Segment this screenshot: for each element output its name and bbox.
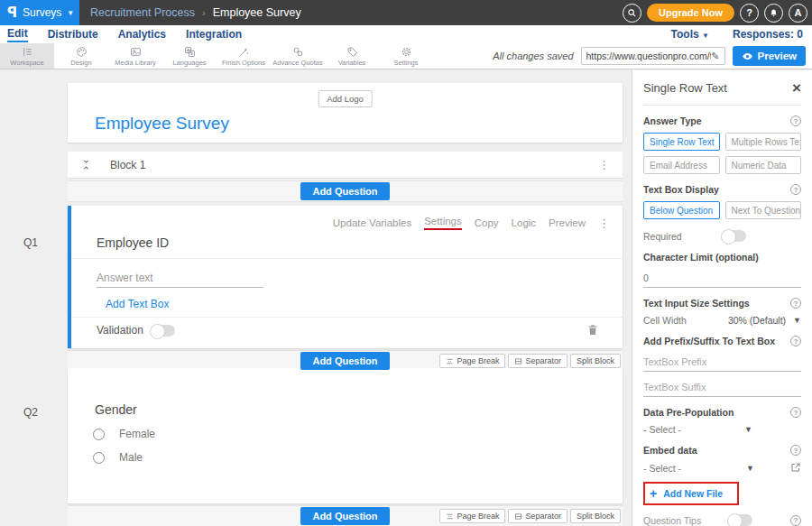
help-button[interactable]: ? — [740, 4, 759, 23]
question-title-q1[interactable]: Employee ID — [97, 235, 169, 250]
add-question-button[interactable]: Add Question — [300, 507, 389, 525]
add-new-file-button[interactable]: + Add New File — [643, 482, 739, 505]
trash-icon — [586, 323, 599, 337]
toolbar-tab-languages[interactable]: Languages — [162, 43, 217, 69]
breadcrumb-folder[interactable]: Recruitment Process — [90, 6, 195, 19]
delete-question-button[interactable] — [586, 323, 599, 340]
separator-icon — [514, 357, 522, 365]
question-title-q2[interactable]: Gender — [95, 402, 137, 417]
validation-toggle[interactable] — [151, 325, 175, 337]
search-icon — [627, 8, 637, 18]
nav-tab-distribute[interactable]: Distribute — [48, 28, 98, 41]
plus-icon: + — [650, 489, 657, 498]
add-question-button[interactable]: Add Question — [300, 182, 389, 200]
textbox-prefix-input[interactable] — [643, 355, 801, 372]
tools-menu[interactable]: Tools ▼ — [671, 28, 709, 41]
help-icon[interactable]: ? — [790, 407, 801, 418]
copy-link[interactable]: Copy — [475, 217, 499, 228]
toolbar-tab-settings[interactable]: Settings — [379, 43, 433, 69]
display-below-question[interactable]: Below Question — [643, 201, 720, 219]
help-icon[interactable]: ? — [790, 115, 801, 126]
nav-tab-edit[interactable]: Edit — [7, 27, 28, 42]
character-limit-input[interactable] — [643, 271, 801, 288]
toolbar-tab-design[interactable]: Design — [54, 43, 108, 69]
radio-icon[interactable] — [93, 429, 105, 440]
page-break-button[interactable]: Page Break — [439, 509, 505, 523]
answer-type-single-row[interactable]: Single Row Text — [643, 133, 720, 151]
app-window: P Surveys ▼ Recruitment Process › Employ… — [0, 0, 812, 526]
preview-button[interactable]: Preview — [733, 46, 806, 66]
question-number-q2: Q2 — [23, 406, 38, 419]
separator-button[interactable]: Separator — [508, 354, 567, 368]
question-card-q2[interactable]: Gender Female Male — [68, 368, 623, 503]
open-external-button[interactable] — [790, 462, 801, 475]
toolbar-tab-finish-options[interactable]: Finish Options — [217, 43, 271, 69]
cell-width-select[interactable]: Cell Width 30% (Default) ▼ — [643, 315, 801, 326]
data-prepopulation-select[interactable]: - Select - ▼ — [643, 424, 801, 435]
question-tips-toggle[interactable] — [728, 514, 752, 526]
split-block-button[interactable]: Split Block — [570, 509, 621, 523]
survey-url-input[interactable] — [586, 51, 712, 61]
nav-tab-integration[interactable]: Integration — [186, 28, 242, 41]
logic-link[interactable]: Logic — [512, 217, 537, 228]
page-break-button[interactable]: Page Break — [439, 354, 505, 368]
toolbar-tab-media-library[interactable]: Media Library — [108, 43, 162, 69]
help-icon[interactable]: ? — [790, 515, 801, 526]
embed-data-select[interactable]: - Select - ▼ — [643, 462, 801, 475]
add-text-box-link[interactable]: Add Text Box — [106, 298, 170, 310]
strip-buttons: Page Break Separator Split Block — [439, 354, 621, 368]
answer-option-female[interactable]: Female — [93, 428, 155, 440]
help-icon[interactable]: ? — [790, 184, 801, 195]
chevron-down-icon: ▼ — [793, 316, 801, 325]
answer-type-numeric[interactable]: Numeric Data — [725, 156, 802, 174]
top-bar: P Surveys ▼ Recruitment Process › Employ… — [0, 0, 812, 25]
answer-option-male[interactable]: Male — [93, 451, 143, 464]
panel-title: Single Row Text — [643, 81, 727, 95]
toolbar-tab-workspace[interactable]: Workspace — [0, 43, 54, 69]
answer-type-multiple-rows[interactable]: Multiple Rows Text — [725, 133, 802, 151]
palette-icon — [76, 46, 88, 58]
upgrade-now-button[interactable]: Upgrade Now — [647, 4, 734, 22]
product-switcher[interactable]: P Surveys ▼ — [0, 0, 79, 25]
responses-count[interactable]: Responses: 0 — [733, 28, 803, 41]
survey-title[interactable]: Employee Survey — [95, 114, 229, 134]
collapse-block-button[interactable] — [80, 159, 92, 171]
character-limit-section: Character Limit (optional) — [643, 252, 801, 263]
search-button[interactable] — [623, 4, 641, 23]
answer-type-section: Answer Type ? — [643, 115, 801, 126]
prefix-suffix-section: Add Prefix/Suffix To Text Box ? — [643, 336, 801, 346]
toolbar-tab-variables[interactable]: Variables — [325, 43, 379, 69]
answer-text-input[interactable] — [97, 269, 263, 288]
edit-url-icon[interactable]: ✎ — [711, 51, 719, 62]
answer-type-email[interactable]: Email Address — [643, 156, 720, 174]
close-icon[interactable]: × — [792, 83, 801, 94]
product-menu-label: Surveys — [23, 6, 61, 19]
required-toggle[interactable] — [722, 230, 746, 242]
help-icon[interactable]: ? — [790, 445, 801, 456]
toolbar-tab-advance-quotas[interactable]: Advance Quotas — [271, 43, 325, 69]
preview-link[interactable]: Preview — [549, 217, 586, 228]
help-icon[interactable]: ? — [790, 336, 801, 346]
notifications-button[interactable] — [764, 4, 783, 23]
separator-button[interactable]: Separator — [508, 509, 567, 523]
block-title[interactable]: Block 1 — [110, 159, 145, 171]
block-menu-icon[interactable]: ⋮ — [598, 158, 610, 171]
eye-icon — [742, 51, 753, 62]
textbox-suffix-input[interactable] — [643, 380, 801, 397]
add-question-button[interactable]: Add Question — [300, 352, 389, 370]
add-logo-button[interactable]: Add Logo — [318, 90, 373, 107]
question-card-q1[interactable]: Update Variables Settings Copy Logic Pre… — [68, 206, 623, 348]
account-avatar[interactable]: A — [789, 4, 807, 23]
question-menu-icon[interactable]: ⋮ — [598, 217, 610, 230]
settings-link[interactable]: Settings — [424, 216, 462, 230]
display-next-to-question[interactable]: Next To Question — [725, 201, 802, 219]
cell-width-value: 30% (Default) — [728, 315, 786, 326]
survey-url-field[interactable]: ✎ — [581, 47, 725, 65]
radio-icon[interactable] — [93, 452, 105, 464]
update-variables-link[interactable]: Update Variables — [333, 217, 411, 228]
nav-tab-analytics[interactable]: Analytics — [118, 28, 166, 41]
question-tips-row: Question Tips ? — [643, 514, 801, 526]
split-block-button[interactable]: Split Block — [570, 354, 621, 368]
help-icon[interactable]: ? — [790, 298, 801, 309]
page-break-icon — [446, 512, 454, 521]
